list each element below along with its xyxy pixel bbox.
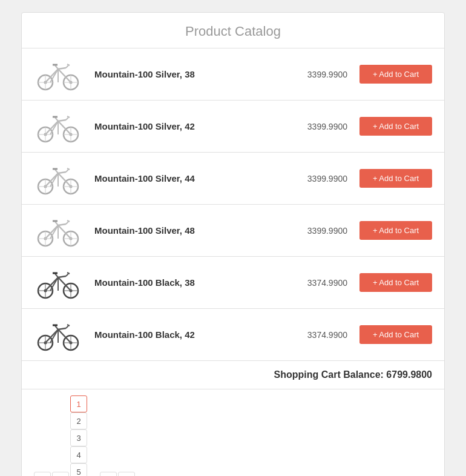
product-image — [34, 107, 82, 146]
catalog-title: Product Catalog — [22, 13, 444, 48]
add-to-cart-button[interactable]: + Add to Cart — [359, 65, 432, 84]
product-price: 3399.9900 — [299, 226, 359, 236]
product-row: Mountain-100 Silver, 443399.9900+ Add to… — [22, 153, 444, 205]
product-image — [34, 263, 82, 302]
svg-line-62 — [67, 168, 70, 170]
product-row: Mountain-100 Silver, 483399.9900+ Add to… — [22, 205, 444, 257]
product-price: 3399.9900 — [299, 174, 359, 183]
svg-line-38 — [55, 117, 58, 121]
product-price: 3374.9900 — [299, 330, 359, 340]
product-price: 3399.9900 — [299, 122, 359, 131]
product-name: Mountain-100 Black, 38 — [82, 277, 299, 288]
product-name: Mountain-100 Silver, 42 — [82, 121, 299, 131]
product-name: Mountain-100 Black, 42 — [82, 329, 299, 340]
svg-line-104 — [67, 273, 70, 274]
page-last-button[interactable]: ⏭ — [118, 472, 135, 476]
svg-line-20 — [67, 64, 70, 65]
svg-line-122 — [55, 326, 58, 329]
catalog-container: Product Catalog Mountain-100 Silver, 383… — [21, 12, 445, 476]
svg-line-37 — [58, 120, 66, 121]
pagination: ⏮ ◄ 12345678910... ► ⏭ 1 - 6 of 157 item… — [22, 389, 444, 476]
product-image — [34, 159, 82, 198]
add-to-cart-button[interactable]: + Add to Cart — [359, 325, 432, 344]
page-number-button[interactable]: 2 — [70, 412, 87, 429]
add-to-cart-button[interactable]: + Add to Cart — [359, 169, 432, 188]
svg-line-80 — [55, 222, 58, 225]
product-row: Mountain-100 Silver, 383399.9900+ Add to… — [22, 48, 444, 101]
product-name: Mountain-100 Silver, 48 — [82, 225, 299, 236]
page-number-button[interactable]: 4 — [70, 446, 87, 463]
product-image — [34, 315, 82, 354]
svg-line-121 — [58, 328, 66, 329]
svg-line-16 — [58, 68, 66, 69]
page-number-button[interactable]: 5 — [70, 463, 87, 476]
svg-line-101 — [55, 274, 58, 277]
svg-line-61 — [66, 170, 68, 172]
add-to-cart-button[interactable]: + Add to Cart — [359, 273, 432, 292]
product-image — [34, 211, 82, 250]
product-name: Mountain-100 Silver, 44 — [82, 173, 299, 183]
page-next-button[interactable]: ► — [100, 472, 117, 476]
product-row: Mountain-100 Black, 423374.9900+ Add to … — [22, 309, 444, 361]
page-number-button[interactable]: 1 — [70, 395, 87, 412]
product-row: Mountain-100 Silver, 423399.9900+ Add to… — [22, 101, 444, 153]
product-image — [34, 55, 82, 94]
page-number-button[interactable]: 3 — [70, 429, 87, 446]
svg-line-100 — [58, 276, 66, 277]
svg-line-59 — [55, 170, 58, 173]
svg-line-79 — [58, 224, 66, 225]
svg-line-40 — [66, 117, 68, 120]
product-name: Mountain-100 Silver, 38 — [82, 69, 299, 79]
svg-line-19 — [66, 65, 68, 68]
svg-line-17 — [55, 65, 58, 69]
product-price: 3399.9900 — [299, 70, 359, 79]
product-row: Mountain-100 Black, 383374.9900+ Add to … — [22, 257, 444, 309]
add-to-cart-button[interactable]: + Add to Cart — [359, 221, 432, 240]
svg-line-125 — [67, 325, 70, 326]
svg-line-41 — [67, 116, 70, 117]
page-prev-button[interactable]: ◄ — [52, 472, 69, 476]
product-list: Mountain-100 Silver, 383399.9900+ Add to… — [22, 48, 444, 361]
add-to-cart-button[interactable]: + Add to Cart — [359, 117, 432, 136]
product-price: 3374.9900 — [299, 278, 359, 288]
svg-line-82 — [66, 222, 68, 224]
svg-line-58 — [58, 172, 66, 173]
page-first-button[interactable]: ⏮ — [34, 472, 51, 476]
svg-line-83 — [67, 220, 70, 222]
svg-line-124 — [66, 326, 68, 328]
svg-line-103 — [66, 274, 68, 276]
cart-balance: Shopping Cart Balance: 6799.9800 — [22, 361, 444, 389]
